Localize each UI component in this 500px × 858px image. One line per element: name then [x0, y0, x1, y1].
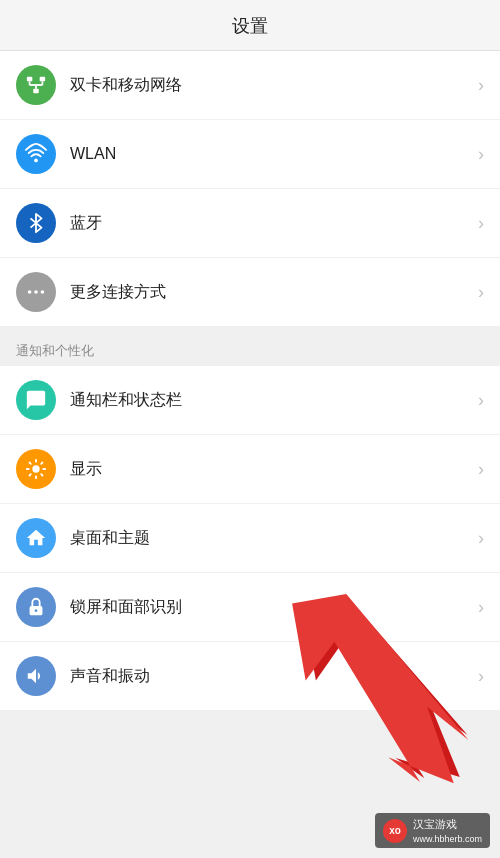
- svg-rect-2: [33, 89, 39, 94]
- wlan-label: WLAN: [70, 145, 470, 163]
- sound-label: 声音和振动: [70, 666, 470, 687]
- more-connections-icon: [16, 272, 56, 312]
- svg-point-9: [34, 290, 38, 294]
- bluetooth-label: 蓝牙: [70, 213, 470, 234]
- section-personalization: 通知栏和状态栏 › 显示 › 桌面和主题 › 锁屏和面部识: [0, 366, 500, 710]
- sound-icon: [16, 656, 56, 696]
- page-title: 设置: [232, 16, 268, 36]
- watermark-text: 汉宝游戏www.hbherb.com: [413, 817, 482, 844]
- watermark: xo 汉宝游戏www.hbherb.com: [375, 813, 490, 848]
- menu-item-lockscreen[interactable]: 锁屏和面部识别 ›: [0, 573, 500, 642]
- menu-item-more-connections[interactable]: 更多连接方式 ›: [0, 258, 500, 326]
- menu-item-desktop[interactable]: 桌面和主题 ›: [0, 504, 500, 573]
- svg-point-10: [41, 290, 45, 294]
- svg-rect-0: [27, 77, 32, 82]
- page-title-bar: 设置: [0, 0, 500, 51]
- watermark-logo: xo: [383, 819, 407, 843]
- menu-item-network[interactable]: 双卡和移动网络 ›: [0, 51, 500, 120]
- notification-icon: [16, 380, 56, 420]
- bluetooth-chevron: ›: [478, 213, 484, 234]
- svg-point-11: [32, 465, 39, 472]
- bluetooth-icon: [16, 203, 56, 243]
- menu-item-notification[interactable]: 通知栏和状态栏 ›: [0, 366, 500, 435]
- more-connections-chevron: ›: [478, 282, 484, 303]
- network-label: 双卡和移动网络: [70, 75, 470, 96]
- section-connectivity: 双卡和移动网络 › WLAN › 蓝牙 ›: [0, 51, 500, 326]
- svg-point-13: [35, 609, 38, 612]
- display-icon: [16, 449, 56, 489]
- menu-item-bluetooth[interactable]: 蓝牙 ›: [0, 189, 500, 258]
- wlan-chevron: ›: [478, 144, 484, 165]
- home-icon: [16, 518, 56, 558]
- watermark-url: www.hbherb.com: [413, 834, 482, 844]
- network-icon: [16, 65, 56, 105]
- svg-point-7: [34, 159, 38, 163]
- wifi-icon: [16, 134, 56, 174]
- display-label: 显示: [70, 459, 470, 480]
- svg-point-8: [28, 290, 32, 294]
- notification-label: 通知栏和状态栏: [70, 390, 470, 411]
- menu-item-sound[interactable]: 声音和振动 ›: [0, 642, 500, 710]
- more-connections-label: 更多连接方式: [70, 282, 470, 303]
- lockscreen-chevron: ›: [478, 597, 484, 618]
- lock-icon: [16, 587, 56, 627]
- lockscreen-label: 锁屏和面部识别: [70, 597, 470, 618]
- desktop-chevron: ›: [478, 528, 484, 549]
- display-chevron: ›: [478, 459, 484, 480]
- sound-chevron: ›: [478, 666, 484, 687]
- notification-chevron: ›: [478, 390, 484, 411]
- network-chevron: ›: [478, 75, 484, 96]
- svg-rect-1: [40, 77, 45, 82]
- menu-item-wlan[interactable]: WLAN ›: [0, 120, 500, 189]
- desktop-label: 桌面和主题: [70, 528, 470, 549]
- menu-item-display[interactable]: 显示 ›: [0, 435, 500, 504]
- section2-label: 通知和个性化: [0, 334, 500, 366]
